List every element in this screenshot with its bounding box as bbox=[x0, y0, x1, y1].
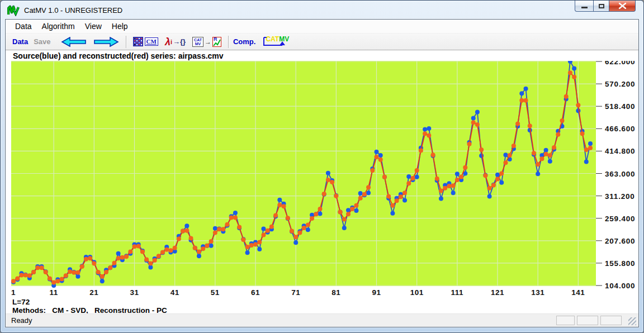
data-point bbox=[64, 273, 68, 278]
data-point bbox=[435, 177, 439, 181]
data-point bbox=[519, 98, 524, 103]
data-point bbox=[92, 261, 96, 266]
data-point bbox=[173, 246, 177, 250]
data-point bbox=[253, 242, 258, 246]
status-panels bbox=[556, 316, 622, 325]
data-point bbox=[290, 229, 294, 233]
data-point bbox=[205, 244, 209, 248]
data-point bbox=[306, 227, 310, 232]
arrow-right-icon bbox=[93, 37, 119, 47]
close-button[interactable] bbox=[609, 1, 636, 12]
data-point bbox=[100, 279, 105, 283]
data-point bbox=[382, 175, 387, 179]
data-point bbox=[213, 226, 217, 231]
data-point bbox=[35, 265, 40, 270]
data-point bbox=[181, 229, 185, 233]
menu-item-data[interactable]: Data bbox=[10, 21, 37, 32]
back-arrow-button[interactable] bbox=[58, 35, 90, 49]
title-bar[interactable]: CatMV 1.0 - UNREGISTERED bbox=[5, 1, 639, 19]
maximize-button[interactable] bbox=[593, 1, 609, 12]
data-point bbox=[415, 168, 419, 173]
data-point bbox=[314, 212, 318, 216]
data-point bbox=[358, 196, 363, 201]
data-point bbox=[257, 240, 262, 245]
menu-item-view[interactable]: View bbox=[80, 21, 107, 32]
eigenvalues-button[interactable]: λi→{} bbox=[162, 35, 189, 49]
data-point bbox=[495, 177, 500, 182]
data-point bbox=[233, 211, 238, 215]
data-point bbox=[68, 269, 72, 274]
data-point bbox=[116, 251, 121, 256]
data-point bbox=[463, 165, 467, 170]
data-point bbox=[451, 183, 456, 188]
catmv-logo-button[interactable]: CATMV bbox=[262, 36, 291, 48]
svg-text:414.800: 414.800 bbox=[605, 147, 635, 155]
svg-text:466.600: 466.600 bbox=[605, 125, 635, 133]
data-point bbox=[588, 141, 593, 146]
minimize-icon bbox=[581, 7, 588, 8]
menu-item-algorithm[interactable]: Algorithm bbox=[37, 21, 80, 32]
covariance-matrix-button[interactable]: CM bbox=[130, 35, 162, 49]
data-point bbox=[568, 70, 572, 75]
minimize-button[interactable] bbox=[575, 1, 593, 12]
data-point bbox=[580, 131, 585, 136]
data-point bbox=[528, 123, 532, 128]
data-point bbox=[293, 235, 298, 239]
data-point bbox=[225, 222, 229, 227]
data-point bbox=[221, 227, 225, 231]
data-point bbox=[515, 121, 520, 126]
svg-text:111: 111 bbox=[451, 288, 464, 297]
status-panel bbox=[577, 316, 598, 325]
data-point bbox=[209, 239, 214, 244]
data-point bbox=[293, 240, 298, 245]
data-point bbox=[266, 229, 270, 233]
toolbar: Data Save CM bbox=[6, 34, 638, 50]
data-point bbox=[318, 207, 322, 211]
data-point bbox=[261, 232, 266, 237]
compute-button[interactable]: Comp. bbox=[233, 37, 255, 46]
data-point bbox=[277, 203, 282, 207]
data-point bbox=[439, 188, 443, 193]
data-point bbox=[447, 184, 451, 188]
menu-item-help[interactable]: Help bbox=[107, 21, 133, 32]
data-point bbox=[297, 231, 302, 235]
data-point bbox=[229, 215, 234, 220]
reconstruction-button[interactable]: CAT MV → R bbox=[189, 35, 225, 49]
data-point bbox=[318, 211, 322, 216]
data-point bbox=[124, 254, 129, 259]
data-point bbox=[439, 196, 443, 201]
data-point bbox=[548, 159, 552, 164]
data-point bbox=[386, 194, 391, 199]
data-point bbox=[544, 148, 548, 153]
data-point bbox=[390, 203, 395, 208]
forward-arrow-button[interactable] bbox=[90, 35, 122, 49]
data-point bbox=[556, 132, 560, 137]
data-point bbox=[209, 244, 214, 248]
data-point bbox=[84, 257, 88, 261]
svg-text:21: 21 bbox=[89, 288, 98, 297]
data-point bbox=[576, 108, 580, 113]
data-point bbox=[164, 248, 169, 252]
data-point bbox=[60, 277, 64, 281]
data-point bbox=[366, 191, 371, 195]
svg-text:81: 81 bbox=[332, 288, 340, 297]
data-point bbox=[193, 246, 197, 250]
arrow-left-icon bbox=[61, 37, 87, 47]
data-point bbox=[326, 178, 330, 182]
data-point bbox=[302, 226, 306, 230]
close-icon bbox=[619, 3, 626, 9]
data-point bbox=[375, 155, 379, 159]
save-button-disabled[interactable]: Save bbox=[34, 37, 50, 46]
data-point bbox=[499, 180, 504, 185]
catmv-box-icon: CAT MV bbox=[192, 37, 203, 47]
svg-text:363.000: 363.000 bbox=[605, 170, 635, 178]
data-point bbox=[342, 217, 347, 222]
data-point bbox=[402, 198, 407, 202]
data-point bbox=[479, 148, 484, 152]
data-button[interactable]: Data bbox=[12, 37, 28, 46]
chart-title: Source(blue) and reconstructed(red) seri… bbox=[6, 50, 638, 61]
resize-grip[interactable] bbox=[628, 317, 636, 325]
catmv-box-top: CAT bbox=[194, 38, 202, 42]
svg-text:101: 101 bbox=[410, 288, 424, 297]
data-point bbox=[415, 175, 419, 179]
